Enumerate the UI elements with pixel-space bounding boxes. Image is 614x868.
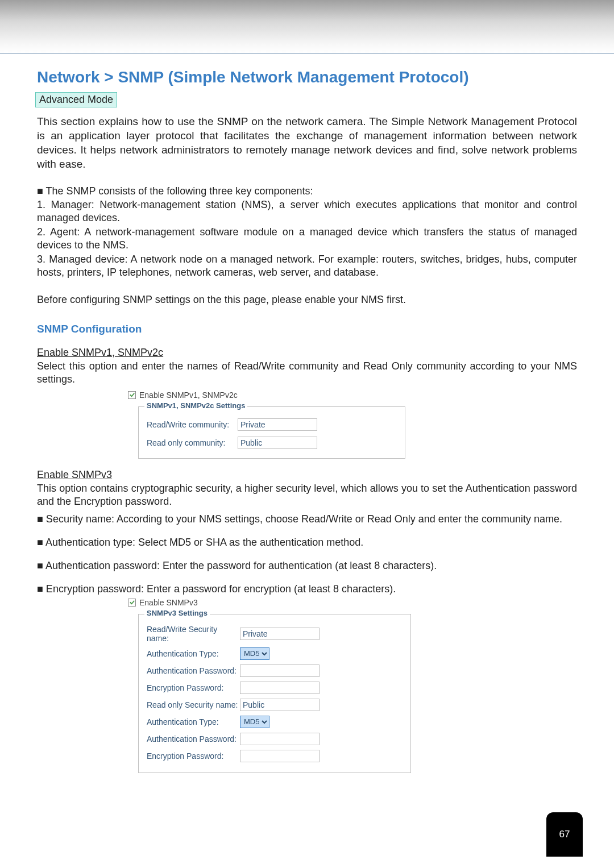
snmp-config-heading: SNMP Configuration [37, 323, 577, 335]
v3-bullet-authpw: ■ Authentication password: Enter the pas… [37, 559, 577, 572]
ro-community-row: Read only community: [147, 437, 397, 449]
rw-community-label: Read/Write community: [147, 420, 238, 429]
header-gradient [0, 0, 614, 54]
check-icon [129, 599, 135, 605]
v1v2c-settings-screenshot: Enable SNMPv1, SNMPv2c SNMPv1, SNMPv2c S… [128, 391, 577, 459]
ro-community-input[interactable] [238, 437, 317, 449]
ro-secname-label: Read only Security name: [147, 700, 240, 709]
before-config-text: Before configuring SNMP settings on the … [37, 294, 577, 306]
component-agent: 2. Agent: A network-management software … [37, 226, 577, 252]
rw-secname-input[interactable] [240, 628, 320, 640]
encpw2-label: Encryption Password: [147, 751, 240, 761]
mode-badge: Advanced Mode [35, 92, 117, 107]
rw-community-row: Read/Write community: [147, 418, 397, 431]
authpw1-input[interactable] [240, 665, 320, 677]
encpw2-row: Encryption Password: [147, 750, 403, 762]
v3-bullet-authtype: ■ Authentication type: Select MD5 or SHA… [37, 536, 577, 549]
component-managed: 3. Managed device: A network node on a m… [37, 253, 577, 279]
components-intro: ■ The SNMP consists of the following thr… [37, 185, 577, 197]
authpw2-row: Authentication Password: [147, 733, 403, 745]
ro-community-label: Read only community: [147, 438, 238, 447]
authtype2-row: Authentication Type: MD5 [147, 716, 403, 728]
page-title: Network > SNMP (Simple Network Managemen… [37, 68, 577, 86]
page-number-box: 67 [546, 812, 583, 857]
v3-checkbox-label: Enable SNMPv3 [139, 598, 198, 607]
encpw2-input[interactable] [240, 750, 320, 762]
v3-checkbox[interactable] [128, 599, 136, 607]
authpw1-row: Authentication Password: [147, 665, 403, 677]
v3-desc: This option contains cryptographic secur… [37, 482, 577, 508]
encpw1-row: Encryption Password: [147, 682, 403, 694]
encpw1-label: Encryption Password: [147, 683, 240, 692]
v1v2c-desc: Select this option and enter the names o… [37, 360, 577, 386]
v1v2c-fieldset: SNMPv1, SNMPv2c Settings Read/Write comm… [138, 406, 405, 459]
authpw2-label: Authentication Password: [147, 734, 240, 744]
rw-community-input[interactable] [238, 418, 317, 431]
ro-secname-row: Read only Security name: [147, 699, 403, 711]
v1v2c-checkbox[interactable] [128, 391, 136, 399]
v3-legend: SNMPv3 Settings [144, 609, 210, 617]
encpw1-input[interactable] [240, 682, 320, 694]
page-number: 67 [559, 829, 570, 840]
v3-bullet-security: ■ Security name: According to your NMS s… [37, 513, 577, 526]
authtype1-select[interactable]: MD5 [240, 647, 269, 660]
v3-heading: Enable SNMPv3 [37, 469, 577, 481]
authpw1-label: Authentication Password: [147, 666, 240, 675]
authpw2-input[interactable] [240, 733, 320, 745]
check-icon [129, 392, 135, 398]
authtype1-label: Authentication Type: [147, 649, 240, 658]
v1v2c-checkbox-row: Enable SNMPv1, SNMPv2c [128, 391, 577, 400]
intro-text: This section explains how to use the SNM… [37, 114, 577, 171]
v3-fieldset: SNMPv3 Settings Read/Write Security name… [138, 614, 411, 773]
authtype2-label: Authentication Type: [147, 717, 240, 726]
v3-checkbox-row: Enable SNMPv3 [128, 598, 577, 607]
authtype1-row: Authentication Type: MD5 [147, 647, 403, 660]
component-manager: 1. Manager: Network-management station (… [37, 198, 577, 225]
rw-secname-label: Read/Write Security name: [147, 625, 240, 643]
v1v2c-checkbox-label: Enable SNMPv1, SNMPv2c [139, 391, 238, 400]
v1v2c-legend: SNMPv1, SNMPv2c Settings [144, 401, 247, 410]
v3-settings-screenshot: Enable SNMPv3 SNMPv3 Settings Read/Write… [128, 598, 577, 773]
v3-bullet-encpw: ■ Encryption password: Enter a password … [37, 583, 577, 596]
ro-secname-input[interactable] [240, 699, 320, 711]
v1v2c-heading: Enable SNMPv1, SNMPv2c [37, 347, 577, 359]
page-content: Network > SNMP (Simple Network Managemen… [0, 54, 614, 795]
authtype2-select[interactable]: MD5 [240, 716, 269, 728]
rw-secname-row: Read/Write Security name: [147, 625, 403, 643]
